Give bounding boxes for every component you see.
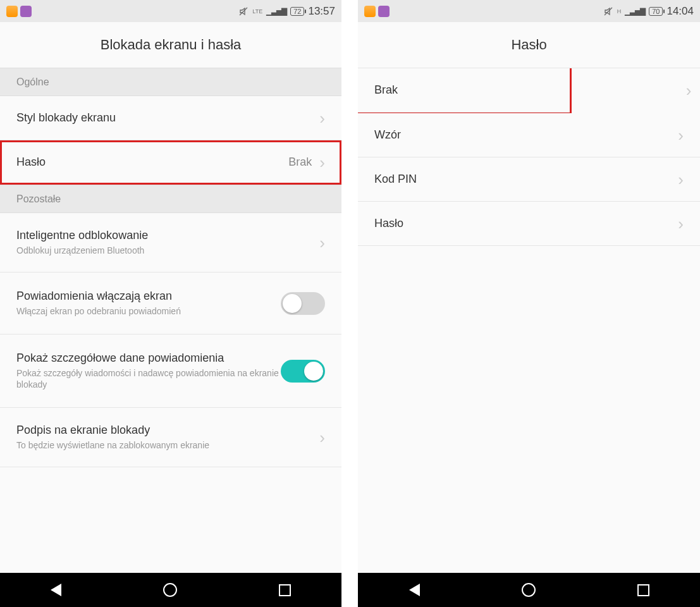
chevron-icon: › bbox=[319, 235, 325, 251]
row-lock-style[interactable]: Styl blokady ekranu › bbox=[0, 96, 341, 140]
nav-bar bbox=[358, 573, 700, 607]
network-type: H bbox=[617, 8, 622, 15]
divider bbox=[341, 0, 358, 607]
chevron-icon: › bbox=[678, 216, 684, 232]
nav-back-button[interactable] bbox=[51, 584, 61, 596]
row-show-details[interactable]: Pokaż szczegółowe dane powiadomienia Pok… bbox=[0, 334, 341, 408]
status-bar: LTE ▁▃▅▇ 72 13:57 bbox=[0, 0, 341, 22]
nav-home-button[interactable] bbox=[522, 583, 536, 597]
row-smart-unlock[interactable]: Inteligentne odblokowanie Odblokuj urząd… bbox=[0, 213, 341, 273]
row-smart-unlock-label: Inteligentne odblokowanie bbox=[16, 229, 319, 242]
row-option-pin[interactable]: Kod PIN › bbox=[358, 157, 700, 202]
row-notifications-wake[interactable]: Powiadomienia włączają ekran Włączaj ekr… bbox=[0, 273, 341, 334]
chevron-icon: › bbox=[678, 127, 684, 144]
mute-icon bbox=[603, 6, 613, 16]
row-option-pattern-label: Wzór bbox=[374, 128, 678, 142]
phone-left: LTE ▁▃▅▇ 72 13:57 Blokada ekranu i hasła… bbox=[0, 0, 341, 607]
row-password[interactable]: Hasło Brak › bbox=[0, 140, 341, 185]
page-title: Blokada ekranu i hasła bbox=[0, 22, 341, 68]
row-smart-unlock-sub: Odblokuj urządzeniem Bluetooth bbox=[16, 245, 319, 256]
network-type: LTE bbox=[252, 8, 262, 15]
row-password-label: Hasło bbox=[16, 156, 288, 169]
section-other: Pozostałe bbox=[0, 185, 341, 213]
row-option-none[interactable]: Brak › bbox=[358, 68, 570, 113]
row-option-none-label: Brak bbox=[374, 83, 553, 97]
section-general: Ogólne bbox=[0, 68, 341, 96]
row-lock-style-label: Styl blokady ekranu bbox=[16, 111, 319, 125]
row-show-details-label: Pokaż szczegółowe dane powiadomienia bbox=[16, 352, 281, 365]
battery-icon: 72 bbox=[290, 7, 304, 16]
content: Ogólne Styl blokady ekranu › Hasło Brak … bbox=[0, 68, 341, 573]
mute-icon bbox=[238, 6, 249, 16]
app-icon-yellow bbox=[6, 6, 18, 17]
chevron-icon: › bbox=[319, 110, 325, 126]
app-icon-purple bbox=[378, 6, 390, 17]
toggle-notifications-wake[interactable] bbox=[281, 292, 325, 315]
row-lock-signature[interactable]: Podpis na ekranie blokady To będzie wyśw… bbox=[0, 408, 341, 467]
row-notifications-wake-label: Powiadomienia włączają ekran bbox=[16, 290, 281, 303]
row-option-password-label: Hasło bbox=[374, 217, 678, 230]
phone-right: H ▁▃▅▇ 70 14:04 Hasło Brak › Wzór › Kod … bbox=[358, 0, 700, 607]
app-icon-purple bbox=[20, 6, 32, 17]
content: Brak › Wzór › Kod PIN › Hasło › bbox=[358, 68, 700, 573]
nav-recent-button[interactable] bbox=[279, 584, 291, 596]
page-title: Hasło bbox=[358, 22, 700, 68]
row-option-password[interactable]: Hasło › bbox=[358, 202, 700, 246]
row-password-value: Brak bbox=[288, 156, 312, 169]
nav-back-button[interactable] bbox=[409, 584, 420, 596]
row-lock-signature-label: Podpis na ekranie blokady bbox=[16, 424, 319, 437]
chevron-icon: › bbox=[319, 154, 325, 171]
toggle-show-details[interactable] bbox=[281, 360, 325, 383]
signal-icon: ▁▃▅▇ bbox=[266, 7, 286, 16]
status-bar: H ▁▃▅▇ 70 14:04 bbox=[358, 0, 700, 22]
nav-bar bbox=[0, 573, 341, 607]
nav-home-button[interactable] bbox=[163, 583, 177, 597]
battery-icon: 70 bbox=[649, 7, 663, 16]
chevron-icon: › bbox=[678, 171, 684, 188]
row-lock-signature-sub: To będzie wyświetlane na zablokowanym ek… bbox=[16, 439, 319, 451]
row-option-pattern[interactable]: Wzór › bbox=[358, 113, 700, 157]
clock: 14:04 bbox=[666, 5, 694, 18]
chevron-icon: › bbox=[686, 82, 692, 99]
row-show-details-sub: Pokaż szczegóły wiadomości i nadawcę pow… bbox=[16, 367, 281, 390]
row-notifications-wake-sub: Włączaj ekran po odebraniu powiadomień bbox=[16, 305, 281, 317]
row-option-pin-label: Kod PIN bbox=[374, 173, 678, 186]
chevron-icon: › bbox=[319, 429, 325, 446]
clock: 13:57 bbox=[308, 5, 335, 18]
signal-icon: ▁▃▅▇ bbox=[625, 7, 645, 16]
nav-recent-button[interactable] bbox=[637, 584, 649, 596]
app-icon-yellow bbox=[364, 6, 376, 17]
